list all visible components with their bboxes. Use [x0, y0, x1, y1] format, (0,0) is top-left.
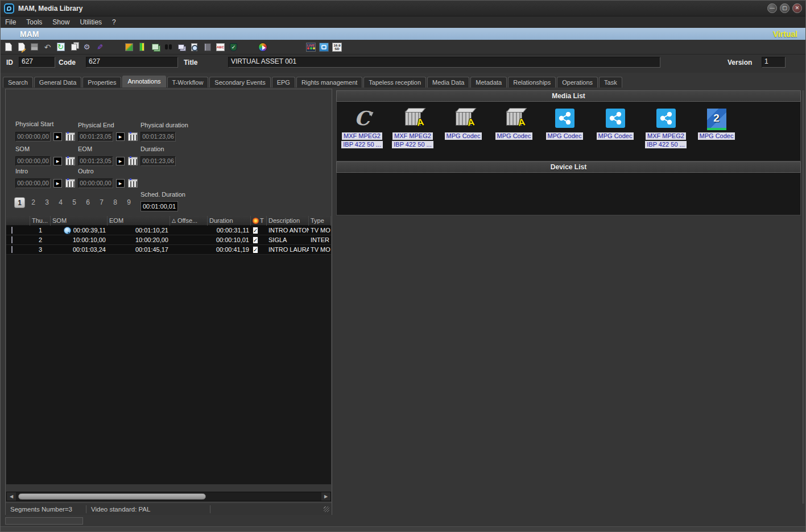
tab-media-data[interactable]: Media Data: [427, 77, 469, 88]
scroll-left-icon[interactable]: ◀: [7, 492, 16, 501]
media-item[interactable]: MXF MPEG2IBP 422 50 ...: [640, 106, 691, 148]
id-field[interactable]: 627: [19, 57, 55, 68]
tab-relationships[interactable]: Relationships: [508, 77, 556, 88]
transition-checkbox[interactable]: ✓: [253, 227, 258, 234]
physical-start-field[interactable]: 00:00:00,00: [15, 132, 51, 142]
col-duration[interactable]: Duration: [208, 216, 251, 226]
vertical-scrollbar[interactable]: [801, 90, 804, 504]
tab-epg[interactable]: EPG: [272, 77, 295, 88]
col-transition[interactable]: T: [251, 216, 267, 226]
physical-start-play-button[interactable]: ▶: [53, 132, 62, 141]
intro-field[interactable]: 00:00:00,00: [15, 178, 51, 188]
tab-t-workflow[interactable]: T-Workflow: [167, 77, 209, 88]
color-bars-icon[interactable]: [137, 42, 147, 52]
eom-field[interactable]: 00:01:23,05: [78, 156, 113, 166]
som-film-button[interactable]: [65, 157, 75, 165]
physical-start-film-button[interactable]: [65, 132, 75, 141]
tv-monitor-icon[interactable]: [319, 42, 329, 52]
video-settings-icon[interactable]: [124, 42, 134, 52]
media-item[interactable]: C MXF MPEG2IBP 422 50 ...: [337, 106, 387, 148]
user-groups-icon[interactable]: ⚙: [82, 42, 92, 52]
media-item[interactable]: MPG Codec: [539, 106, 590, 148]
col-som[interactable]: SOM: [51, 216, 108, 226]
eom-film-button[interactable]: [128, 157, 138, 165]
outro-film-button[interactable]: [128, 179, 138, 188]
segment-button-9[interactable]: 9: [123, 197, 134, 208]
publish-icon[interactable]: ✓: [229, 42, 238, 52]
intro-film-button[interactable]: [65, 179, 75, 188]
tab-general-data[interactable]: General Data: [34, 77, 81, 88]
copy-icon[interactable]: [69, 42, 78, 52]
segment-button-2[interactable]: 2: [28, 197, 39, 208]
minimize-button[interactable]: —: [767, 3, 777, 13]
new-document-icon[interactable]: [3, 42, 13, 52]
segment-button-4[interactable]: 4: [55, 197, 66, 208]
tab-task[interactable]: Task: [599, 77, 622, 88]
aspect-ratio-icon[interactable]: 16:9SD: [332, 42, 342, 52]
menu-utilities[interactable]: Utilities: [80, 18, 102, 26]
outro-field[interactable]: 00:00:00,00: [78, 178, 113, 188]
col-type[interactable]: Type: [309, 216, 331, 226]
outro-play-button[interactable]: ▶: [116, 179, 125, 188]
tab-properties[interactable]: Properties: [82, 77, 121, 88]
segment-button-8[interactable]: 8: [110, 197, 121, 208]
refresh-icon[interactable]: ↻: [56, 42, 65, 52]
media-item[interactable]: 2 MPG Codec: [691, 106, 742, 148]
tab-rights-management[interactable]: Rights management: [296, 77, 362, 88]
version-field[interactable]: 1: [762, 57, 786, 68]
tab-metadata[interactable]: Metadata: [470, 77, 507, 88]
segment-button-7[interactable]: 7: [96, 197, 107, 208]
live-icon[interactable]: LIVE: [306, 42, 316, 52]
col-eom[interactable]: EOM: [108, 216, 170, 226]
preview-document-icon[interactable]: [189, 42, 199, 52]
menu-show[interactable]: Show: [52, 18, 69, 26]
edit-metadata-icon[interactable]: [16, 42, 26, 52]
tab-search[interactable]: Search: [3, 77, 33, 88]
log-book-icon[interactable]: [202, 42, 212, 52]
maximize-button[interactable]: ▢: [780, 3, 790, 13]
col-description[interactable]: Description: [267, 216, 309, 226]
segment-button-5[interactable]: 5: [69, 197, 80, 208]
save-icon[interactable]: [30, 42, 39, 52]
media-item[interactable]: A MPG Codec: [489, 106, 539, 148]
menu-tools[interactable]: Tools: [26, 18, 42, 26]
sched-duration-field[interactable]: 00:01:00,01: [140, 201, 178, 211]
physical-end-field[interactable]: 00:01:23,05: [78, 132, 113, 142]
layers-icon[interactable]: [176, 42, 186, 52]
table-row[interactable]: 1 00:00:39,11 00:01:10,21 00:00:31,11 ✓ …: [6, 226, 331, 235]
scroll-right-icon[interactable]: ▶: [321, 492, 330, 501]
eom-play-button[interactable]: ▶: [116, 157, 125, 165]
undo-icon[interactable]: ↶: [43, 42, 52, 52]
search-binoculars-icon[interactable]: [163, 42, 173, 52]
menu-file[interactable]: File: [5, 18, 16, 26]
magic-wand-icon[interactable]: ✎: [95, 42, 105, 52]
col-thumbnail[interactable]: Thu...: [30, 216, 51, 226]
intro-play-button[interactable]: ▶: [53, 179, 62, 188]
som-field[interactable]: 00:00:00,00: [15, 156, 51, 166]
transition-checkbox[interactable]: ✓: [253, 236, 258, 243]
transition-checkbox[interactable]: ✓: [253, 246, 258, 253]
physical-end-play-button[interactable]: ▶: [116, 132, 125, 141]
export-media-icon[interactable]: [150, 42, 160, 52]
col-offset[interactable]: △Offse...: [170, 216, 208, 226]
tab-operations[interactable]: Operations: [557, 77, 598, 88]
media-item[interactable]: MPG Codec: [590, 106, 640, 148]
media-item[interactable]: A MPG Codec: [438, 106, 489, 148]
tab-tapeless-reception[interactable]: Tapeless reception: [363, 77, 426, 88]
spell-check-icon[interactable]: ABC: [216, 42, 225, 52]
segment-button-6[interactable]: 6: [82, 197, 93, 208]
code-field[interactable]: 627: [86, 57, 178, 68]
tab-annotations[interactable]: Annotations: [122, 76, 166, 88]
col-selector[interactable]: [6, 216, 30, 226]
horizontal-scrollbar[interactable]: ◀ ▶: [6, 492, 331, 501]
media-player-icon[interactable]: [258, 42, 267, 52]
resize-grip-icon[interactable]: [324, 506, 329, 512]
table-row[interactable]: 2 10:00:10,00 10:00:20,00 00:00:10,01 ✓ …: [6, 235, 331, 245]
media-item[interactable]: A MXF MPEG2IBP 422 50 ...: [387, 106, 438, 148]
som-play-button[interactable]: ▶: [53, 157, 62, 165]
table-row[interactable]: 3 00:01:03,24 00:01:45,17 00:00:41,19 ✓ …: [6, 245, 331, 255]
menu-help[interactable]: ?: [112, 18, 116, 26]
title-field[interactable]: VIRTUAL ASSET 001: [228, 57, 660, 68]
scrollbar-thumb[interactable]: [18, 493, 206, 500]
segment-button-1[interactable]: 1: [14, 197, 25, 208]
